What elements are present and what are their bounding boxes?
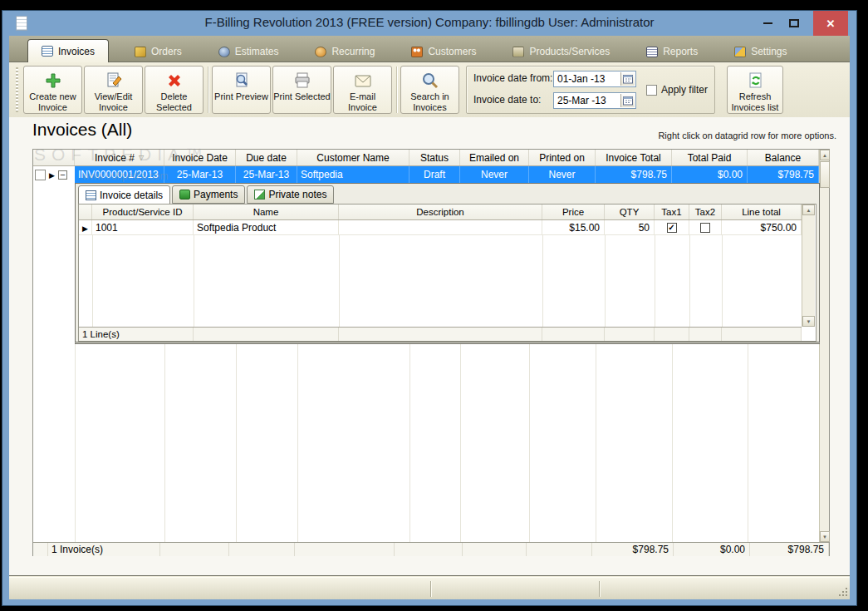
- scroll-down-icon[interactable]: [820, 531, 830, 542]
- tab-payments[interactable]: Payments: [172, 185, 245, 204]
- line-items-grid: Product/Service ID Name Description Pric…: [78, 204, 817, 342]
- line-item-row[interactable]: 1001 Softpedia Product $15.00 50 ✓ $750.…: [79, 220, 802, 235]
- window-content: Invoices Orders Estimates Recurring Cust…: [9, 36, 850, 599]
- column-header-customer-name[interactable]: Customer Name: [297, 150, 409, 165]
- tab-estimates[interactable]: Estimates: [208, 42, 290, 62]
- grid-column-lines: [79, 235, 802, 328]
- apply-filter-checkbox[interactable]: [646, 85, 657, 96]
- column-header-description[interactable]: Description: [339, 204, 542, 219]
- scroll-up-icon[interactable]: [820, 150, 830, 160]
- tab-settings[interactable]: Settings: [723, 42, 797, 62]
- scroll-down-icon[interactable]: [802, 316, 815, 327]
- filter-funnel-icon[interactable]: ▽: [139, 154, 144, 161]
- red-x-icon: [165, 69, 184, 91]
- current-row-arrow-icon: [82, 222, 88, 234]
- view-edit-invoice-button[interactable]: View/Edit Invoice: [84, 66, 143, 114]
- button-label: Print Preview: [214, 91, 268, 102]
- column-header-emailed-on[interactable]: Emailed on: [460, 150, 529, 165]
- column-header-name[interactable]: Name: [194, 204, 339, 219]
- refresh-invoices-list-button[interactable]: Refresh Invoices list: [727, 66, 783, 114]
- tab-label: Estimates: [235, 46, 279, 57]
- cell-price: $15.00: [542, 220, 605, 234]
- close-button[interactable]: [813, 11, 848, 36]
- tab-label: Customers: [428, 46, 476, 57]
- cell-line-total: $750.00: [722, 220, 802, 234]
- detail-tab-bar: Invoice details Payments Private notes: [78, 185, 336, 204]
- selector-column-header: [33, 150, 75, 165]
- tab-orders[interactable]: Orders: [124, 42, 193, 62]
- column-header-qty[interactable]: QTY: [605, 204, 655, 219]
- date-to-value: 25-Mar -13: [557, 95, 606, 106]
- tab-label: Orders: [151, 46, 182, 57]
- button-label: Search in Invoices: [401, 91, 459, 112]
- row-checkbox[interactable]: [35, 170, 46, 180]
- calendar-icon[interactable]: [620, 72, 635, 86]
- column-header-product-id[interactable]: Product/Service ID: [92, 204, 194, 219]
- datagrid-hint: Right click on datagrid row for more opt…: [658, 131, 836, 140]
- cell-tax2: [689, 220, 722, 234]
- date-from-label: Invoice date from:: [473, 72, 552, 84]
- search-in-invoices-button[interactable]: Search in Invoices: [400, 66, 459, 114]
- invoice-count: 1 Invoice(s): [48, 543, 160, 556]
- email-invoice-button[interactable]: E-mail Invoice: [333, 66, 392, 114]
- invoice-row-selected[interactable]: INV0000001/2013 25-Mar-13 25-Mar-13 Soft…: [33, 166, 819, 183]
- date-to-input[interactable]: 25-Mar -13: [553, 92, 636, 109]
- footer-total-paid: $0.00: [674, 543, 750, 556]
- cell-printed-on: Never: [529, 166, 596, 183]
- current-row-arrow-icon: [49, 169, 55, 180]
- app-window: F-Billing Revolution 2013 (FREE version)…: [2, 10, 857, 606]
- print-preview-button[interactable]: Print Preview: [212, 66, 271, 114]
- column-header-invoice-total[interactable]: Invoice Total: [596, 150, 672, 165]
- toolbar-separator: [396, 67, 398, 113]
- tab-label: Settings: [751, 46, 787, 57]
- column-header-status[interactable]: Status: [409, 150, 460, 165]
- invoice-details-icon: [86, 190, 96, 200]
- column-header-price[interactable]: Price: [542, 204, 605, 219]
- column-header-due-date[interactable]: Due date: [236, 150, 297, 165]
- column-header-invoice-no[interactable]: Invoice # ▽: [75, 150, 164, 165]
- cell-invoice-date: 25-Mar-13: [164, 166, 236, 183]
- cell-name: Softpedia Product: [194, 220, 339, 234]
- scrollbar-thumb[interactable]: [820, 161, 830, 188]
- column-header-invoice-date[interactable]: Invoice Date: [164, 150, 236, 165]
- delete-selected-button[interactable]: Delete Selected: [145, 66, 204, 114]
- status-panel-divider: [599, 581, 601, 597]
- toolbar-grip: [16, 67, 18, 112]
- tab-private-notes[interactable]: Private notes: [247, 185, 334, 204]
- column-header-total-paid[interactable]: Total Paid: [672, 150, 748, 165]
- column-header-tax1[interactable]: Tax1: [655, 204, 689, 219]
- tab-reports[interactable]: Reports: [635, 42, 709, 62]
- envelope-icon: [354, 69, 372, 91]
- resize-grip[interactable]: [838, 587, 847, 596]
- create-new-invoice-button[interactable]: Create new Invoice: [23, 66, 82, 114]
- tab-invoices[interactable]: Invoices: [27, 39, 109, 62]
- column-header-line-total[interactable]: Line total: [722, 204, 802, 219]
- tab-customers[interactable]: Customers: [400, 42, 487, 62]
- tab-invoice-details[interactable]: Invoice details: [78, 185, 170, 204]
- button-label: Delete Selected: [145, 91, 203, 112]
- tab-label: Invoices: [58, 46, 95, 57]
- collapse-row-icon[interactable]: [58, 170, 67, 180]
- minimize-button[interactable]: [757, 11, 778, 36]
- tax2-checkbox[interactable]: [700, 223, 710, 233]
- scroll-up-icon[interactable]: [802, 204, 815, 215]
- products-services-icon: [512, 47, 524, 57]
- plus-icon: [44, 69, 62, 91]
- column-header-printed-on[interactable]: Printed on: [529, 150, 596, 165]
- calendar-icon[interactable]: [620, 94, 635, 107]
- maximize-button[interactable]: [783, 11, 805, 36]
- recurring-icon: [315, 47, 326, 57]
- invoices-grid-scrollbar[interactable]: [819, 150, 829, 542]
- footer-invoice-total: $798.75: [592, 543, 674, 556]
- column-header-tax2[interactable]: Tax2: [689, 204, 722, 219]
- document-magnifier-icon: [233, 69, 251, 91]
- date-from-input[interactable]: 01-Jan -13: [553, 71, 636, 87]
- tab-products-services[interactable]: Products/Services: [502, 42, 620, 62]
- column-header-balance[interactable]: Balance: [748, 150, 819, 165]
- button-label: View/Edit Invoice: [85, 91, 142, 112]
- print-selected-button[interactable]: Print Selected: [272, 66, 331, 114]
- reports-icon: [646, 47, 658, 57]
- tax1-checkbox[interactable]: ✓: [667, 223, 677, 233]
- line-items-scrollbar[interactable]: [802, 204, 815, 327]
- tab-recurring[interactable]: Recurring: [304, 42, 385, 62]
